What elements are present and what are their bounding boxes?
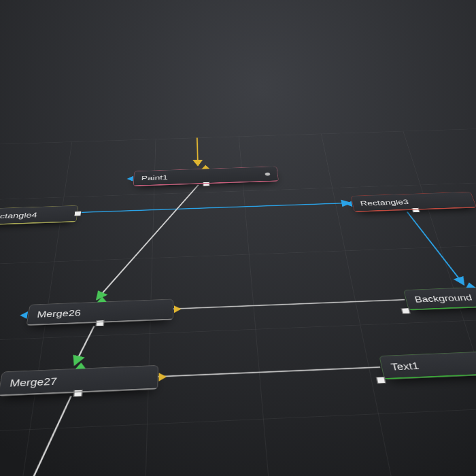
mask-port-icon[interactable] bbox=[345, 201, 352, 207]
mask-port-icon[interactable] bbox=[464, 282, 475, 288]
output-port-icon[interactable] bbox=[411, 207, 420, 212]
output-port-icon[interactable] bbox=[376, 377, 386, 384]
output-port-icon[interactable] bbox=[74, 211, 82, 216]
mask-port-icon[interactable] bbox=[126, 176, 133, 182]
mask-port-icon[interactable] bbox=[19, 311, 28, 319]
bg-port-icon[interactable] bbox=[158, 373, 167, 381]
node-label: Rectangle4 bbox=[0, 210, 70, 221]
node-label: Paint1 bbox=[141, 171, 260, 182]
fg-port-icon[interactable] bbox=[97, 296, 107, 302]
output-port-icon[interactable] bbox=[203, 182, 209, 186]
fg-port-icon[interactable] bbox=[75, 362, 86, 369]
output-port-icon[interactable] bbox=[401, 308, 411, 314]
bg-port-icon[interactable] bbox=[201, 165, 209, 169]
viewer-dot-icon[interactable] bbox=[265, 173, 270, 176]
output-port-icon[interactable] bbox=[73, 390, 83, 397]
node-label: Rectangle3 bbox=[360, 197, 467, 207]
node-graph-canvas[interactable]: Paint1 Rectangle4 Rectangle3 Background … bbox=[0, 0, 476, 476]
output-port-icon[interactable] bbox=[96, 320, 105, 326]
bg-port-icon[interactable] bbox=[174, 305, 182, 313]
